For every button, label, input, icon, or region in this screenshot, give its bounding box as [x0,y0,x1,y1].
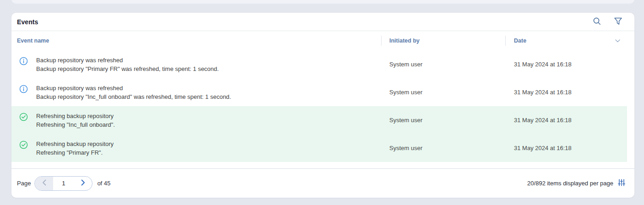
success-check-icon [19,113,28,121]
previous-card-edge [11,0,634,4]
initiated-by-cell: System user [381,145,505,151]
event-text: Refreshing backup repository Refreshing … [36,140,114,157]
panel-actions [592,17,622,27]
column-header-initiated-by: Initiated by [381,31,505,50]
page-label: Page [17,180,31,187]
previous-page-button[interactable] [35,177,53,190]
event-description: Refreshing "Inc_full onboard". [36,120,115,129]
table-row[interactable]: Refreshing backup repository Refreshing … [11,106,627,134]
table-row[interactable]: Refreshing backup repository Refreshing … [11,134,627,162]
filter-button[interactable] [613,17,622,27]
items-summary-label: 20/892 items displayed per page [527,180,613,187]
event-text: Backup repository was refreshed Backup r… [36,56,219,73]
table-row[interactable]: Backup repository was refreshed Backup r… [11,78,627,106]
table-bottom-spacer [11,162,634,168]
event-cell: Backup repository was refreshed Backup r… [11,84,381,101]
next-page-button[interactable] [74,177,93,190]
event-cell: Backup repository was refreshed Backup r… [11,56,381,73]
event-title: Backup repository was refreshed [36,84,231,92]
date-cell: 31 May 2024 at 16:18 [505,89,627,96]
search-icon [593,17,601,27]
event-description: Backup repository "Inc_full onboard" was… [36,92,231,101]
info-icon [19,57,28,65]
event-text: Refreshing backup repository Refreshing … [36,112,115,129]
date-cell: 31 May 2024 at 16:18 [505,61,627,68]
event-cell: Refreshing backup repository Refreshing … [11,112,381,129]
search-button[interactable] [592,17,601,27]
per-page-settings-button[interactable] [617,179,625,187]
initiated-by-cell: System user [381,89,505,96]
table-header: Event name Initiated by Date [11,31,634,50]
chevron-left-icon [42,179,46,187]
chevron-right-icon [81,179,85,187]
pagination-bar: Page of 45 20/892 items displayed [11,168,634,198]
success-check-icon [19,140,28,149]
date-cell: 31 May 2024 at 16:18 [505,117,627,124]
date-cell: 31 May 2024 at 16:18 [505,145,627,151]
page-number-input[interactable] [53,177,74,190]
initiated-by-cell: System user [381,117,505,124]
page-stepper [34,176,93,191]
total-pages-label: of 45 [97,180,110,187]
event-title: Refreshing backup repository [36,140,114,148]
sliders-icon [618,179,625,188]
event-text: Backup repository was refreshed Backup r… [36,84,231,101]
panel-header: Events [11,13,634,31]
items-per-page-control: 20/892 items displayed per page [527,179,625,187]
event-title: Backup repository was refreshed [36,56,219,65]
column-header-event-name: Event name [11,31,381,50]
chevron-down-icon[interactable] [614,38,621,43]
events-table-body: Backup repository was refreshed Backup r… [11,50,634,162]
event-cell: Refreshing backup repository Refreshing … [11,140,381,157]
event-title: Refreshing backup repository [36,112,115,120]
info-icon [19,85,28,93]
page-title: Events [17,18,38,26]
event-description: Backup repository "Primary FR" was refre… [36,65,219,73]
table-row[interactable]: Backup repository was refreshed Backup r… [11,50,627,78]
initiated-by-cell: System user [381,61,505,68]
filter-icon [614,17,622,27]
event-description: Refreshing "Primary FR". [36,148,114,157]
events-panel: Events Event name Initiat [11,13,634,198]
